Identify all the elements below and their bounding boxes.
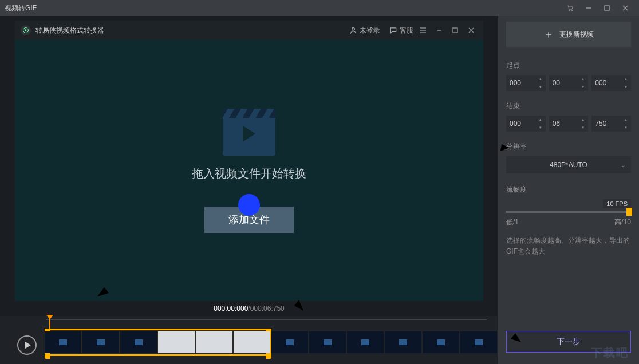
- time-total: 000:06:750: [250, 304, 285, 312]
- next-label: 下一步: [557, 337, 581, 347]
- resolution-label: 分辨率: [506, 142, 631, 152]
- frame-thumb[interactable]: [234, 331, 270, 353]
- time-display: 000:00:000 / 000:06:750: [0, 301, 498, 316]
- login-label: 未登录: [360, 26, 380, 35]
- watermark: 下载吧: [591, 345, 629, 361]
- settings-panel: ＋ 更换新视频 起点 000▲▼ 00▲▼ 000▲▼ 结束 000▲▼ 06▲…: [498, 16, 639, 364]
- window-title: 视频转GIF: [5, 3, 37, 13]
- range-low: 低/1: [506, 217, 519, 227]
- chevron-down-icon: ⌄: [621, 162, 625, 168]
- frame-thumb[interactable]: [385, 331, 421, 353]
- start-sec-input[interactable]: 000▲▼: [591, 75, 631, 91]
- end-min-input[interactable]: 06▲▼: [549, 116, 589, 132]
- frame-thumb[interactable]: [158, 331, 195, 353]
- range-high: 高/10: [614, 217, 631, 227]
- cart-icon[interactable]: [561, 2, 579, 14]
- inner-minimize-button[interactable]: [433, 24, 445, 37]
- maximize-button[interactable]: [598, 2, 616, 14]
- time-current: 000:00:000: [214, 304, 248, 312]
- frame-thumb[interactable]: [423, 331, 459, 353]
- fps-value: 10 FPS: [603, 199, 631, 208]
- inner-titlebar: 转易侠视频格式转换器 未登录 客服: [15, 21, 483, 40]
- frame-thumb[interactable]: [196, 331, 232, 353]
- inner-title: 转易侠视频格式转换器: [36, 26, 104, 35]
- frame-thumb[interactable]: [45, 331, 81, 353]
- frame-thumb[interactable]: [271, 331, 308, 353]
- replace-video-button[interactable]: ＋ 更换新视频: [506, 22, 631, 47]
- app-logo-icon: [21, 25, 31, 35]
- svg-point-7: [352, 27, 355, 30]
- timeline[interactable]: [0, 316, 498, 364]
- support-button[interactable]: 客服: [389, 26, 413, 35]
- timeline-ruler: [46, 319, 487, 323]
- end-hour-input[interactable]: 000▲▼: [506, 116, 546, 132]
- end-label: 结束: [506, 101, 631, 111]
- resolution-select[interactable]: 480P*AUTO ⌄: [506, 156, 631, 173]
- minimize-button[interactable]: [579, 2, 598, 14]
- resolution-value: 480P*AUTO: [550, 161, 587, 169]
- drop-hint-text: 拖入视频文件开始转换: [192, 166, 306, 181]
- start-min-input[interactable]: 00▲▼: [549, 75, 589, 91]
- svg-point-0: [569, 10, 570, 11]
- outer-titlebar: 视频转GIF: [0, 0, 639, 16]
- svg-point-1: [571, 10, 573, 11]
- inner-close-button[interactable]: [465, 24, 478, 37]
- replace-label: 更换新视频: [559, 30, 594, 39]
- inner-maximize-button[interactable]: [449, 24, 462, 37]
- help-text: 选择的流畅度越高、分辨率越大，导出的GIF也会越大: [506, 235, 631, 257]
- fps-slider[interactable]: [506, 211, 631, 213]
- frame-thumb[interactable]: [460, 331, 497, 353]
- frame-thumb[interactable]: [347, 331, 384, 353]
- inner-window: 转易侠视频格式转换器 未登录 客服: [15, 21, 483, 301]
- play-button[interactable]: [17, 335, 37, 355]
- frames-strip[interactable]: [45, 329, 487, 356]
- start-label: 起点: [506, 61, 631, 70]
- frame-thumb[interactable]: [309, 331, 346, 353]
- video-placeholder-icon: [223, 109, 275, 156]
- end-sec-input[interactable]: 750▲▼: [591, 116, 631, 132]
- plus-icon: ＋: [543, 27, 554, 41]
- login-button[interactable]: 未登录: [349, 26, 380, 35]
- start-hour-input[interactable]: 000▲▼: [506, 75, 546, 91]
- frame-thumb[interactable]: [82, 331, 119, 353]
- smoothness-label: 流畅度: [506, 185, 631, 195]
- svg-rect-12: [453, 28, 457, 33]
- inner-menu-button[interactable]: [417, 24, 429, 37]
- slider-thumb[interactable]: [626, 208, 632, 216]
- frame-thumb[interactable]: [120, 331, 157, 353]
- close-button[interactable]: [616, 2, 634, 14]
- drop-area[interactable]: 拖入视频文件开始转换 ✋ 添加文件: [15, 40, 483, 301]
- svg-rect-3: [605, 6, 609, 10]
- support-label: 客服: [400, 26, 413, 35]
- cursor-indicator: [238, 194, 260, 216]
